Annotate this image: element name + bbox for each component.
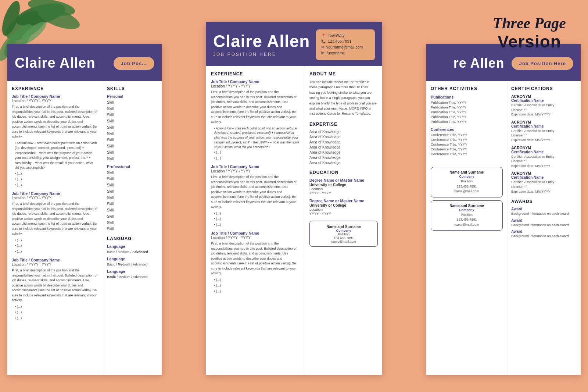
right-certifications-title: CERTIFICATIONS — [511, 86, 577, 91]
linkedin-icon: in — [321, 51, 325, 55]
center-edu-1: Degree Name or Master Name University or… — [309, 178, 378, 195]
left-job2-title: Job Title / Company Name — [12, 191, 98, 196]
right-cert-3: ACRONYM Certification Name Certifier, As… — [511, 146, 577, 168]
center-about-title: ABOUT ME — [309, 71, 378, 76]
right-award-2: Award Background information on each awa… — [511, 218, 577, 228]
svg-point-1 — [13, 0, 68, 30]
left-language-title: LANGUAGE — [107, 236, 158, 241]
title-line2: Version — [493, 32, 566, 51]
center-edu-2: Degree Name or Master Name University or… — [309, 199, 378, 215]
contact-town: 📍 Town/City — [321, 33, 370, 38]
svg-point-4 — [0, 0, 24, 38]
left-job1-desc: First, a brief description of the positi… — [12, 104, 98, 139]
right-activities-title: OTHER ACTIVITIES — [431, 86, 503, 91]
right-award-1: Award Background information on each awa… — [511, 207, 577, 216]
center-education-title: EDUCATION — [309, 170, 378, 175]
left-lang-2: Language Basic / Medium / Advanced — [107, 257, 158, 266]
right-header-badge: Job Position Here — [512, 57, 573, 70]
left-job2-location: Location / YYYY - YYYY — [12, 196, 98, 200]
left-job2-b2: • (...) — [12, 243, 98, 249]
left-job3-b3: • (...) — [12, 316, 98, 321]
resume-page-right: re Allen Job Position Here OTHER ACTIVIT… — [426, 44, 581, 375]
right-ref-1: Name and Surname Company Position 123.45… — [431, 167, 503, 197]
center-job-3: Job Title / Company Name Location / YYYY… — [211, 231, 300, 294]
right-header-name: re Allen — [453, 56, 505, 71]
center-header-name: Claire Allen — [213, 33, 310, 50]
location-icon: 📍 — [321, 33, 326, 38]
left-job1-b3: • (...) — [12, 183, 98, 188]
left-job2-b1: • (...) — [12, 238, 98, 243]
left-job1-title: Job Title / Company Name — [12, 94, 98, 99]
left-lang-1: Language Basic / Medium / Advanced — [107, 244, 158, 254]
right-cert-4: ACRONYM Certification Name Certifier, As… — [511, 171, 577, 194]
left-skills-title: SKILLS — [107, 86, 158, 91]
right-publications-title: Publications — [431, 95, 503, 99]
center-experience-title: EXPERIENCE — [211, 71, 300, 76]
left-job3-title: Job Title / Company Name — [12, 258, 98, 262]
left-header-badge: Job Pos... — [114, 57, 154, 70]
center-expertise-title: EXPERTISE — [309, 122, 378, 127]
left-lang-3: Language Basic / Medium / Advanced — [107, 269, 158, 279]
left-skills-professional: Professional — [107, 164, 158, 169]
right-awards-title: AWARDS — [511, 199, 577, 204]
three-page-version-title: Three Page Version — [493, 15, 566, 51]
svg-point-3 — [27, 0, 76, 19]
center-job-2: Job Title / Company Name Location / YYYY… — [211, 164, 300, 227]
right-cert-2: ACRONYM Certification Name Certifier, As… — [511, 120, 577, 143]
left-header-name: Claire Allen — [15, 56, 96, 71]
left-job3-desc: First, a brief description of the positi… — [12, 268, 98, 303]
resume-page-center: Claire Allen Job Position Here 📍 Town/Ci… — [206, 22, 382, 375]
left-job1-location: Location / YYYY - YYYY — [12, 99, 98, 103]
resume-page-left: Claire Allen Job Pos... EXPERIENCE Job T… — [7, 44, 162, 375]
left-job2-desc: First, a brief description of the positi… — [12, 202, 98, 236]
left-job1-b2: • (...) — [12, 177, 98, 182]
right-conferences-title: Conferences — [431, 127, 503, 132]
svg-point-0 — [1, 5, 50, 46]
left-job3-location: Location / YYYY - YYYY — [12, 263, 98, 267]
svg-point-6 — [35, 3, 82, 33]
center-job-1: Job Title / Company Name Location / YYYY… — [211, 79, 300, 161]
left-job3-b1: • (...) — [12, 304, 98, 310]
email-icon: ✉ — [321, 45, 324, 49]
left-job1-b1: • (...) — [12, 171, 98, 177]
center-header-job: Job Position Here — [213, 52, 310, 57]
contact-phone: 📞 123.456.7891 — [321, 39, 370, 43]
center-header: Claire Allen Job Position Here 📍 Town/Ci… — [206, 22, 382, 66]
center-about-text: You can include "about me" or "profile" … — [309, 79, 378, 117]
left-skills-personal: Personal — [107, 94, 158, 99]
left-job-1: Job Title / Company Name Location / YYYY… — [12, 94, 98, 188]
right-cert-1: ACRONYM Certification Name Certifier, As… — [511, 94, 577, 117]
center-ref-1: Name and Surname Company Position 123.45… — [309, 221, 378, 247]
left-job-3: Job Title / Company Name Location / YYYY… — [12, 258, 98, 321]
phone-icon: 📞 — [321, 39, 326, 43]
left-job2-b3: • (...) — [12, 249, 98, 254]
left-job3-b2: • (...) — [12, 310, 98, 315]
left-job-2: Job Title / Company Name Location / YYYY… — [12, 191, 98, 254]
title-line1: Three Page — [493, 15, 566, 32]
center-contact-box: 📍 Town/City 📞 123.456.7891 ✉ yourname@ma… — [316, 29, 375, 60]
svg-point-5 — [17, 18, 49, 48]
right-award-3: Award Background information on each awa… — [511, 229, 577, 239]
left-experience-title: EXPERIENCE — [12, 86, 98, 91]
contact-linkedin: in /username — [321, 51, 370, 55]
contact-email: ✉ yourname@mail.com — [321, 45, 370, 49]
left-job1-action: • Action/How – start each bullet point w… — [12, 141, 98, 171]
right-ref-2: Name and Surname Company Position 123.45… — [431, 200, 503, 231]
